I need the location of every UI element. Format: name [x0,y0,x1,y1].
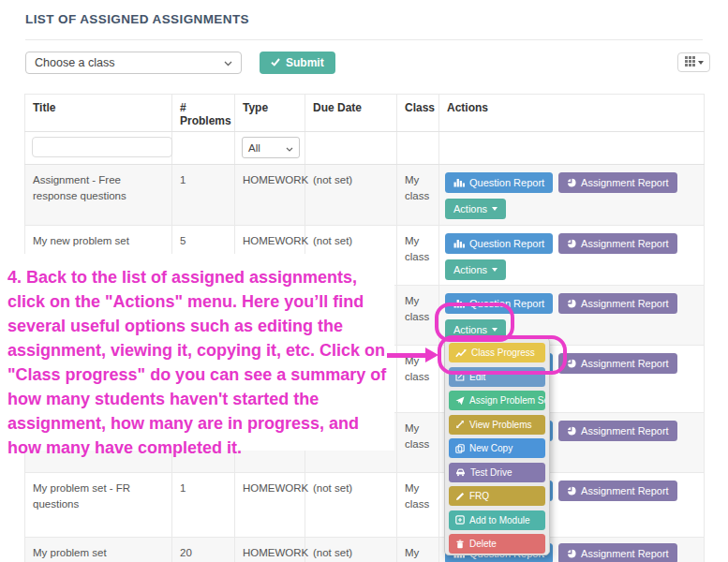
check-icon [271,56,280,69]
cell-class: My class [397,413,439,473]
class-select-value: Choose a class [35,56,114,69]
cell-problems: 20 [172,538,235,562]
actions-menu-item-new-copy[interactable]: New Copy [449,438,545,458]
table-row: My problem set - FR questions 1 HOMEWORK… [25,473,705,538]
tutorial-arrow [387,353,427,358]
cell-type: HOMEWORK [235,165,305,226]
actions-menu-item-assign-problem-set[interactable]: Assign Problem Set [449,391,545,410]
submit-label: Submit [286,56,324,69]
cell-title: Assignment - Free response questions [25,165,172,226]
car-icon [455,467,466,477]
assignment-report-button[interactable]: Assignment Report [558,353,677,374]
cell-problems: 1 [172,165,235,226]
bar-chart-icon [453,178,465,187]
cell-type: HOMEWORK [235,473,305,538]
assignment-report-button[interactable]: Assignment Report [558,421,677,441]
assignments-page: LIST OF ASSIGNED ASSIGNMENTS Choose a cl… [0,0,728,562]
assignment-report-button[interactable]: Assignment Report [558,543,677,562]
tutorial-annotation: 4. Back to the list of assigned assignme… [0,254,394,451]
cell-class: My class [397,538,439,562]
class-select[interactable]: Choose a class [25,52,242,74]
assignment-report-button[interactable]: Assignment Report [558,481,677,501]
paper-plane-icon [455,396,465,406]
cell-due-date: (not set) [305,473,397,538]
col-due-date: Due Date [305,95,397,132]
submit-button[interactable]: Submit [260,52,335,74]
actions-dropdown-button[interactable]: Actions [445,199,506,219]
actions-menu-item-add-to-module[interactable]: Add to Module [449,510,545,530]
cell-actions: Question Report Assignment Report Act [439,226,705,286]
grid-icon [685,55,695,69]
cell-title: My problem set [25,538,172,562]
col-actions: Actions [439,95,705,132]
pie-chart-icon [567,486,576,495]
cell-problems: 1 [172,473,235,538]
actions-menu-item-view-problems[interactable]: View Problems [449,415,545,435]
table-row: Assignment - Free response questions 1 H… [25,165,705,226]
assignment-report-button[interactable]: Assignment Report [558,293,677,314]
actions-menu-item-delete[interactable]: Delete [449,534,545,554]
cell-class: My class [397,473,439,538]
pie-chart-icon [567,239,576,248]
assignment-report-button[interactable]: Assignment Report [558,172,677,193]
pie-chart-icon [567,549,576,558]
chevron-down-icon [224,56,232,69]
cell-class: My class [397,165,439,226]
cell-class: My class [397,286,439,346]
actions-menu-item-test-drive[interactable]: Test Drive [449,463,545,482]
expand-arrows-icon [455,420,465,429]
cell-due-date: (not set) [305,538,397,562]
pie-chart-icon [567,359,576,368]
type-filter-value: All [248,142,260,154]
filter-row: All [25,132,705,165]
tutorial-arrow-head [425,348,438,362]
columns-menu-button[interactable] [677,52,710,72]
pencil-icon [455,492,465,501]
question-report-button[interactable]: Question Report [445,233,553,254]
table-row: My problem set 20 HOMEWORK (not set) My … [25,538,705,562]
title-filter-input[interactable] [32,137,172,157]
caret-down-icon [492,268,498,272]
type-filter-select[interactable]: All [242,137,300,158]
cell-due-date: (not set) [305,165,397,226]
divider [25,39,703,40]
col-problems: # Problems [172,95,235,132]
cell-type: HOMEWORK [235,538,305,562]
page-title: LIST OF ASSIGNED ASSIGNMENTS [25,12,249,26]
highlight-box-class-progress [438,335,567,375]
col-type: Type [235,95,305,132]
actions-dropdown-button[interactable]: Actions [445,259,506,280]
cell-actions: Question Report Assignment Report Act [439,165,705,226]
trash-icon [455,540,465,549]
col-class: Class [397,95,439,132]
col-title: Title [25,95,172,132]
pie-chart-icon [567,426,576,436]
bar-chart-icon [453,239,465,248]
assignment-report-button[interactable]: Assignment Report [558,233,677,254]
pie-chart-icon [567,299,576,308]
copy-icon [455,444,465,453]
actions-menu-item-frq[interactable]: FRQ [449,486,545,506]
pie-chart-icon [567,178,576,187]
cell-title: My problem set - FR questions [25,473,172,538]
cell-class: My class [397,226,439,286]
caret-down-icon [698,61,704,65]
header-row: Title # Problems Type Due Date Class Act… [25,95,705,132]
plus-square-icon [455,515,465,525]
chevron-down-icon [286,142,293,154]
caret-down-icon [492,207,498,211]
question-report-button[interactable]: Question Report [445,172,553,193]
